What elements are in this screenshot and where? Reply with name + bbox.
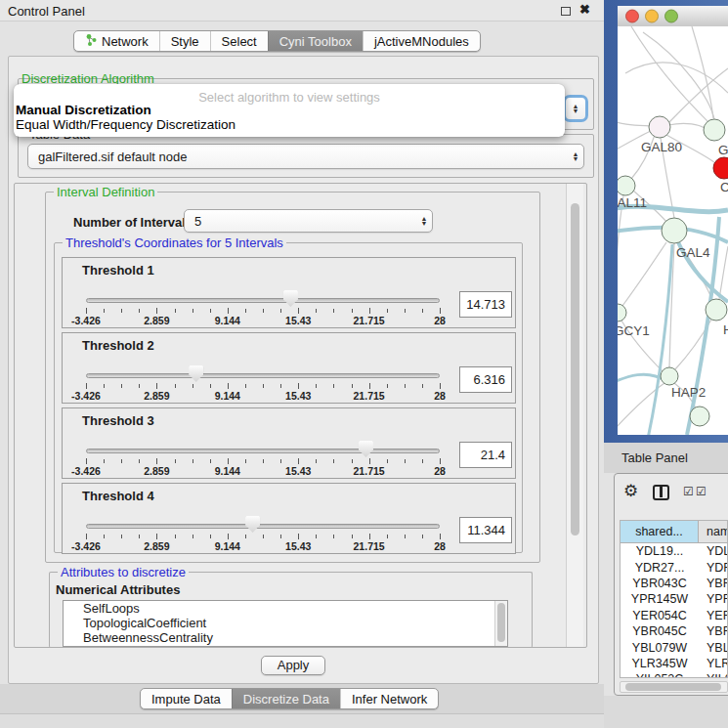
network-node[interactable] xyxy=(690,407,709,426)
tab-cyni-toolbox[interactable]: Cyni Toolbox xyxy=(268,31,363,51)
settings-gear-icon[interactable]: ⚙ xyxy=(623,481,638,501)
slider-tick xyxy=(440,534,441,539)
interval-definition-title: Interval Definition xyxy=(54,185,157,199)
table-row[interactable]: YBR043CYBR0 xyxy=(621,576,727,591)
mac-zoom-button[interactable] xyxy=(665,10,678,22)
threshold-value-field[interactable]: 11.344 xyxy=(459,517,512,543)
table-cell[interactable]: YIL052C xyxy=(621,671,699,678)
table-cell[interactable]: YIL0 xyxy=(699,671,728,678)
table-cell[interactable]: YBR0 xyxy=(699,576,728,591)
scrollbar-thumb[interactable] xyxy=(625,683,721,691)
table-cell[interactable]: YDR2 xyxy=(699,559,728,575)
algorithm-combo-stepper[interactable]: ▲▼ xyxy=(563,95,588,122)
table-cell[interactable]: YER054C xyxy=(621,608,699,623)
table-cell[interactable]: YBR0 xyxy=(699,623,728,639)
network-node[interactable] xyxy=(661,367,678,385)
network-node[interactable] xyxy=(706,299,727,321)
algorithm-option-equal-width-frequency-discretization[interactable]: Equal Width/Frequency Discretization xyxy=(16,117,236,132)
threshold-value-field[interactable]: 6.316 xyxy=(459,366,512,393)
apply-button[interactable]: Apply xyxy=(261,656,325,675)
network-node-label: G xyxy=(718,143,728,157)
slider-thumb[interactable] xyxy=(283,290,298,307)
threshold-slider-1[interactable]: -3.4262.8599.14415.4321.71528 xyxy=(86,258,440,329)
tab-select[interactable]: Select xyxy=(210,31,268,51)
slider-tick xyxy=(175,309,176,313)
slider-track[interactable] xyxy=(86,449,440,453)
slider-tick-label: 9.144 xyxy=(215,540,240,552)
table-row[interactable]: YIL052CYIL0 xyxy=(621,671,727,678)
checkbox-icon[interactable]: ☑ xyxy=(696,485,707,498)
table-row[interactable]: YPR145WYPR1 xyxy=(621,591,727,607)
slider-tick xyxy=(405,459,406,463)
network-node[interactable] xyxy=(704,119,725,141)
table-cell[interactable]: YPR1 xyxy=(699,591,728,607)
threshold-value-field[interactable]: 21.4 xyxy=(459,442,512,468)
slider-thumb[interactable] xyxy=(189,365,203,382)
network-node[interactable] xyxy=(649,116,670,138)
slider-track[interactable] xyxy=(86,373,440,378)
table-cell[interactable]: YDL19... xyxy=(621,543,699,559)
attribute-item-topologicalcoefficient[interactable]: TopologicalCoefficient xyxy=(64,616,507,630)
checkbox-icon[interactable]: ☑ xyxy=(683,485,694,498)
float-window-icon[interactable] xyxy=(561,7,571,16)
table-cell[interactable]: YDL1 xyxy=(699,543,728,559)
numerical-attributes-list[interactable]: SelfLoopsTopologicalCoefficientBetweenne… xyxy=(63,600,508,647)
table-row[interactable]: YBR045CYBR0 xyxy=(621,623,727,639)
attribute-item-selfloops[interactable]: SelfLoops xyxy=(64,601,507,616)
table-cell[interactable]: YDR27... xyxy=(621,559,699,575)
table-cell[interactable]: YLR345W xyxy=(621,656,699,671)
table-cell[interactable]: YER0 xyxy=(699,608,728,623)
tab-discretize-data[interactable]: Discretize Data xyxy=(232,689,340,708)
network-node[interactable] xyxy=(662,218,687,243)
threshold-slider-2[interactable]: -3.4262.8599.14415.4321.71528 xyxy=(86,333,440,405)
network-view-window[interactable]: GAL80GCGAL11GAL4GCY1HHAP2 xyxy=(604,0,728,443)
slider-thumb[interactable] xyxy=(359,441,373,457)
slider-tick xyxy=(422,459,423,463)
scrollbar-thumb[interactable] xyxy=(497,603,505,642)
slider-tick xyxy=(156,458,157,464)
slider-track[interactable] xyxy=(86,524,440,529)
scrollbar-thumb[interactable] xyxy=(571,203,579,535)
network-node-label: GAL80 xyxy=(641,140,682,154)
algorithm-option-manual-discretization[interactable]: Manual Discretization xyxy=(16,103,151,117)
table-cell[interactable]: YBL0 xyxy=(699,639,728,655)
threshold-slider-3[interactable]: -3.4262.8599.14415.4321.71528 xyxy=(86,408,440,480)
node-attribute-table[interactable]: shared...name YDL19...YDL1YDR27...YDR2YB… xyxy=(620,520,728,678)
number-of-intervals-combo[interactable]: 5 ▲▼ xyxy=(184,209,433,233)
table-cell[interactable]: YBR045C xyxy=(621,623,699,639)
split-view-icon[interactable] xyxy=(653,485,669,500)
table-cell[interactable]: YBL079W xyxy=(621,639,699,655)
slider-tick-label: 9.144 xyxy=(215,465,240,477)
table-row[interactable]: YLR345WYLR3 xyxy=(621,656,727,671)
table-row[interactable]: YDL19...YDL1 xyxy=(621,543,727,559)
mac-close-button[interactable] xyxy=(626,10,639,22)
tab-impute-data[interactable]: Impute Data xyxy=(141,689,232,708)
tab-jactivemnodules[interactable]: jActiveMNodules xyxy=(363,31,480,51)
table-cell[interactable]: YPR145W xyxy=(621,591,699,607)
settings-vertical-scrollbar[interactable] xyxy=(566,184,583,647)
table-row[interactable]: YBL079WYBL0 xyxy=(621,639,727,655)
threshold-slider-4[interactable]: -3.4262.8599.14415.4321.71528 xyxy=(86,484,440,555)
network-node[interactable] xyxy=(609,304,626,321)
table-data-combo[interactable]: galFiltered.sif default node ▲▼ xyxy=(27,144,584,169)
threshold-value-field[interactable]: 14.713 xyxy=(459,291,512,318)
network-node[interactable] xyxy=(616,176,635,195)
table-cell[interactable]: YBR043C xyxy=(621,576,699,591)
tab-network[interactable]: Network xyxy=(74,31,159,51)
tab-label: Discretize Data xyxy=(243,692,329,707)
tab-style[interactable]: Style xyxy=(159,31,210,51)
mac-minimize-button[interactable] xyxy=(646,10,659,22)
column-header-name[interactable]: name xyxy=(699,521,728,543)
attribute-item-betweennesscentrality[interactable]: BetweennessCentrality xyxy=(64,630,507,645)
attributes-list-scrollbar[interactable] xyxy=(494,601,507,646)
table-row[interactable]: YER054CYER0 xyxy=(621,608,727,623)
table-cell[interactable]: YLR3 xyxy=(699,656,728,671)
slider-track[interactable] xyxy=(86,298,440,303)
stepper-arrows-icon: ▲▼ xyxy=(568,151,583,161)
table-row[interactable]: YDR27...YDR2 xyxy=(621,559,727,575)
slider-thumb[interactable] xyxy=(245,516,260,533)
network-canvas[interactable]: GAL80GCGAL11GAL4GCY1HHAP2 xyxy=(604,0,728,443)
column-header-shared-[interactable]: shared... xyxy=(621,521,699,543)
close-icon[interactable]: ✖ xyxy=(578,3,591,16)
tab-infer-network[interactable]: Infer Network xyxy=(340,689,438,708)
